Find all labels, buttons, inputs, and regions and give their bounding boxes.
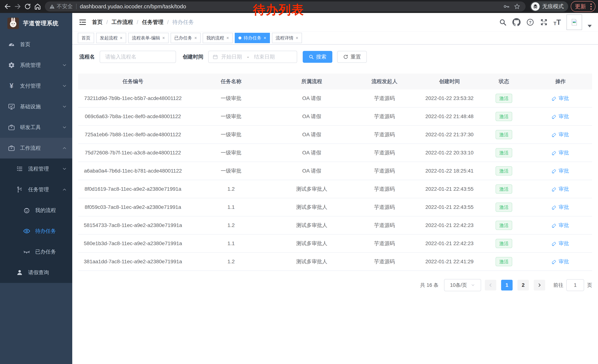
filter-form: 流程名 创建时间 开始日期 - 结束日期 搜索 <box>78 50 592 63</box>
breadcrumb-workflow[interactable]: 工作流程 <box>112 18 133 26</box>
sidebar-item-infrastructure[interactable]: 基础设施 <box>0 96 72 117</box>
chevron-up-icon <box>62 146 67 151</box>
close-icon[interactable] <box>162 36 165 40</box>
sidebar-item-payment[interactable]: ¥ 支付管理 <box>0 75 72 96</box>
security-warning[interactable]: 不安全 <box>49 3 73 10</box>
task-name: 1.2 <box>188 180 274 198</box>
task-created: 2022-01-21 22:43:55 <box>420 180 479 198</box>
tab-home[interactable]: 首页 <box>78 33 94 43</box>
search-icon[interactable] <box>499 18 507 26</box>
task-name: 1.1 <box>188 198 274 216</box>
breadcrumb-home[interactable]: 首页 <box>92 18 103 26</box>
update-label[interactable]: 更新 <box>575 3 586 10</box>
date-range-picker[interactable]: 开始日期 - 结束日期 <box>208 51 297 63</box>
avatar[interactable] <box>566 15 582 30</box>
sidebar-item-task-management[interactable]: 任务管理 <box>0 179 72 200</box>
refresh-icon <box>343 54 348 59</box>
goto-page-input[interactable] <box>566 279 584 291</box>
task-created: 2022-01-22 20:33:10 <box>420 144 479 162</box>
tab-process-form-edit[interactable]: 流程表单-编辑 <box>128 33 169 43</box>
sidebar-item-done-tasks[interactable]: 已办任务 <box>0 242 72 262</box>
reset-button[interactable]: 重置 <box>337 51 367 63</box>
github-icon[interactable] <box>512 18 521 26</box>
sidebar-item-process-management[interactable]: 流程管理 <box>0 159 72 179</box>
task-process: OA 请假 <box>274 107 349 126</box>
next-page-button[interactable] <box>534 280 545 291</box>
sidebar-item-system[interactable]: 系统管理 <box>0 55 72 75</box>
approve-button[interactable]: 审批 <box>552 167 569 174</box>
sidebar-item-devtools[interactable]: 研发工具 <box>0 117 72 138</box>
search-icon <box>309 54 314 59</box>
table-row: 73211d9d-7b9b-11ec-b5b7-acde48001122 一级审… <box>78 89 592 107</box>
task-id: 75d72608-7b7f-11ec-a3c8-acde48001122 <box>78 144 188 162</box>
tab-done-tasks[interactable]: 已办任务 <box>171 33 201 43</box>
edit-pen-icon <box>552 114 557 119</box>
table-row: a6aba0a4-7b6d-11ec-b781-acde48001122 一级审… <box>78 162 592 180</box>
task-created: 2022-01-21 22:41:29 <box>420 252 479 271</box>
col-initiator: 流程发起人 <box>349 73 420 89</box>
task-created: 2022-01-21 22:42:23 <box>420 216 479 235</box>
bookmark-star-icon[interactable] <box>513 2 521 11</box>
task-id: 58154733-7ac8-11ec-a9e2-a2380e71991a <box>78 216 188 235</box>
browser-home-icon[interactable] <box>33 1 43 11</box>
task-initiator: 芋道源码 <box>349 144 420 162</box>
browser-back-icon[interactable] <box>3 1 13 11</box>
start-date-placeholder[interactable]: 开始日期 <box>221 53 242 60</box>
monitor-icon <box>8 103 16 111</box>
tab-start-process[interactable]: 发起流程 <box>96 33 126 43</box>
prev-page-button[interactable] <box>485 280 496 291</box>
close-icon[interactable] <box>120 36 123 40</box>
approve-button[interactable]: 审批 <box>552 113 569 120</box>
end-date-placeholder[interactable]: 结束日期 <box>254 53 275 60</box>
sidebar-item-my-processes[interactable]: 我的流程 <box>0 200 72 221</box>
sidebar-item-home[interactable]: 首页 <box>0 34 72 55</box>
approve-button[interactable]: 审批 <box>552 240 569 247</box>
briefcase-icon <box>8 144 16 152</box>
approve-button[interactable]: 审批 <box>552 258 569 265</box>
task-name: 一级审批 <box>188 144 274 162</box>
tab-my-processes[interactable]: 我的流程 <box>203 33 233 43</box>
browser-menu-icon[interactable] <box>589 4 593 10</box>
approve-button[interactable]: 审批 <box>552 186 569 193</box>
task-initiator: 芋道源码 <box>349 180 420 198</box>
table-row: 75d72608-7b7f-11ec-a3c8-acde48001122 一级审… <box>78 144 592 162</box>
password-key-icon[interactable] <box>502 2 510 11</box>
page-size-select[interactable]: 10条/页 <box>444 279 481 291</box>
sidebar-collapse-icon[interactable] <box>79 18 87 26</box>
help-icon[interactable]: ? <box>526 18 534 26</box>
sidebar-item-todo-tasks[interactable]: 待办任务 <box>0 221 72 242</box>
breadcrumb-task-management[interactable]: 任务管理 <box>142 18 163 26</box>
chevron-right-icon <box>537 283 542 288</box>
approve-button[interactable]: 审批 <box>552 131 569 138</box>
close-icon[interactable] <box>296 36 298 40</box>
task-id: 73211d9d-7b9b-11ec-b5b7-acde48001122 <box>78 89 188 107</box>
fullscreen-icon[interactable] <box>540 18 548 26</box>
tab-todo-tasks[interactable]: 待办任务 <box>235 33 270 43</box>
table-row: 8f0d1619-7ac8-11ec-a9e2-a2380e71991a 1.2… <box>78 180 592 198</box>
browser-forward-icon[interactable] <box>13 1 23 11</box>
close-icon[interactable] <box>264 36 266 40</box>
approve-button[interactable]: 审批 <box>552 222 569 229</box>
close-icon[interactable] <box>194 36 197 40</box>
browser-reload-icon[interactable] <box>23 1 33 11</box>
app-title: 芋道管理系统 <box>23 19 58 27</box>
approve-button[interactable]: 审批 <box>552 149 569 156</box>
chevron-down-icon <box>62 63 67 68</box>
browser-update-button[interactable]: 更新 <box>571 1 595 12</box>
edit-pen-icon <box>552 205 557 210</box>
main-area: 首页 / 工作流程 / 任务管理 / 待办任务 ? <box>72 13 598 364</box>
url-text[interactable]: dashboard.yudao.iocoder.cn/bpm/task/todo <box>80 3 186 10</box>
approve-button[interactable]: 审批 <box>552 204 569 211</box>
status-badge: 激活 <box>496 148 512 157</box>
page-1-button[interactable]: 1 <box>501 280 513 291</box>
tab-process-detail[interactable]: 流程详情 <box>272 33 302 43</box>
approve-button[interactable]: 审批 <box>552 95 569 102</box>
search-button[interactable]: 搜索 <box>303 51 332 63</box>
page-2-button[interactable]: 2 <box>517 280 529 291</box>
process-name-input[interactable] <box>100 51 176 63</box>
sidebar-item-workflow[interactable]: 工作流程 <box>0 138 72 159</box>
sidebar-item-leave-query[interactable]: 请假查询 <box>0 262 72 283</box>
close-icon[interactable] <box>226 36 229 40</box>
avatar-dropdown-icon[interactable] <box>588 25 592 27</box>
font-size-icon[interactable]: TT <box>554 18 561 26</box>
